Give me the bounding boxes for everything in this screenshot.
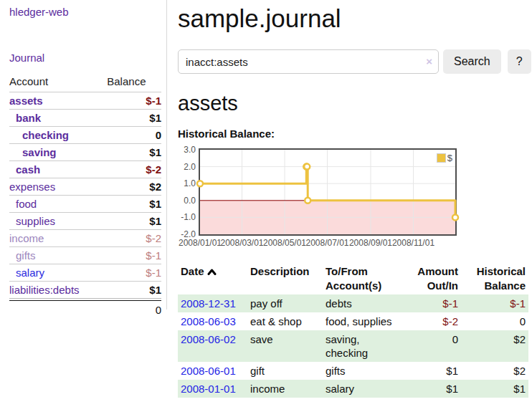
register-description: eat & shop: [247, 312, 323, 330]
account-link[interactable]: salary: [16, 267, 44, 279]
y-axis-tick: 1.0: [178, 179, 196, 188]
account-link[interactable]: assets: [9, 95, 43, 107]
help-button[interactable]: ?: [508, 49, 531, 74]
legend-label: $: [447, 153, 452, 163]
accounts-header-balance: Balance: [107, 74, 161, 92]
register-row: 2008-06-03eat & shopfood, supplies$-20: [178, 312, 528, 330]
account-balance: $1: [107, 144, 161, 161]
legend-swatch: [437, 153, 446, 163]
register-description: pay off: [247, 294, 323, 312]
y-axis-tick: 3.0: [178, 145, 196, 155]
search-input[interactable]: [178, 49, 439, 74]
account-row: salary$-1: [9, 264, 161, 282]
register-amount: 0: [414, 330, 461, 362]
account-balance: $-1: [107, 264, 161, 282]
x-axis-tick: 2008/01/01: [179, 238, 222, 248]
account-balance: $-2: [107, 230, 161, 247]
sidebar-item-journal[interactable]: Journal: [9, 52, 166, 64]
account-balance: 0: [107, 127, 161, 144]
register-balance: $-1: [461, 294, 528, 312]
account-row: expenses$2: [9, 178, 161, 196]
sort-up-icon: [207, 268, 217, 276]
date-link[interactable]: 2008-01-01: [181, 383, 236, 395]
page-title: sample.journal: [178, 4, 532, 33]
account-link[interactable]: cash: [16, 163, 40, 176]
register-header-balance: Historical Balance: [461, 263, 528, 294]
register-amount: $1: [414, 380, 461, 398]
account-balance: $-1: [107, 92, 161, 110]
y-axis-tick: -1.0: [178, 213, 196, 222]
search-bar: × Search ?: [178, 49, 532, 74]
y-axis-tick: 0.0: [178, 196, 196, 206]
register-header-amount: Amount Out/In: [414, 263, 461, 294]
main-content: sample.journal × Search ? assets Histori…: [178, 0, 532, 398]
account-balance: $-1: [107, 247, 161, 264]
register-balance: $2: [461, 330, 528, 362]
x-axis-tick: 2008/11/01: [392, 238, 434, 248]
balance-chart: $3.02.01.00.0-1.0-2.02008/01/012008/03/0…: [178, 148, 460, 251]
x-axis-tick: 2008/05/01: [263, 238, 306, 248]
brand-link[interactable]: hledger-web: [9, 6, 166, 18]
date-link[interactable]: 2008-06-03: [181, 315, 236, 327]
clear-search-icon[interactable]: ×: [426, 55, 432, 67]
register-accounts: salary: [323, 380, 414, 398]
register-balance: $2: [461, 362, 528, 380]
register-description: save: [247, 330, 323, 362]
sidebar: hledger-web Journal Account Balance asse…: [0, 0, 166, 317]
register-amount: $-1: [414, 294, 461, 312]
x-axis-tick: 2008/07/01: [305, 238, 348, 248]
account-link[interactable]: bank: [16, 112, 41, 124]
account-title: assets: [178, 92, 532, 115]
chart-plot: $: [199, 148, 457, 236]
account-row: bank$1: [9, 110, 161, 127]
register-header-row: Date Description To/From Account(s) Amou…: [178, 263, 528, 294]
account-link[interactable]: saving: [22, 146, 57, 158]
register-table: Date Description To/From Account(s) Amou…: [178, 263, 528, 398]
date-link[interactable]: 2008-06-01: [181, 365, 236, 377]
account-row: checking0: [9, 127, 161, 144]
register-row: 2008-06-01giftgifts$1$2: [178, 362, 528, 380]
register-accounts: saving, checking: [323, 330, 414, 362]
chart-legend: $: [437, 153, 452, 163]
register-description: income: [247, 380, 323, 398]
register-accounts: gifts: [323, 362, 414, 380]
chart-title: Historical Balance:: [178, 128, 532, 140]
account-link[interactable]: supplies: [16, 215, 55, 227]
register-amount: $1: [414, 362, 461, 380]
account-link[interactable]: income: [9, 232, 44, 244]
account-balance: $1: [107, 213, 161, 230]
register-row: 2008-06-02savesaving, checking0$2: [178, 330, 528, 362]
account-row: assets$-1: [9, 92, 161, 110]
account-row: cash$-2: [9, 161, 161, 178]
account-balance: $1: [107, 196, 161, 213]
date-link[interactable]: 2008-06-02: [181, 333, 236, 345]
accounts-table: Account Balance assets$-1bank$1checking0…: [9, 74, 161, 298]
accounts-header-account: Account: [9, 74, 107, 92]
account-link[interactable]: checking: [22, 129, 69, 141]
account-balance: $2: [107, 178, 161, 196]
register-description: gift: [247, 362, 323, 380]
register-row: 2008-12-31pay offdebts$-1$-1: [178, 294, 528, 312]
account-link[interactable]: expenses: [9, 181, 55, 193]
account-balance: $1: [107, 282, 161, 299]
search-button[interactable]: Search: [443, 49, 501, 74]
register-accounts: debts: [323, 294, 414, 312]
account-row: supplies$1: [9, 213, 161, 230]
accounts-total-value: 0: [9, 300, 161, 317]
date-link[interactable]: 2008-12-31: [181, 297, 236, 310]
register-balance: 0: [461, 312, 528, 330]
x-axis-tick: 2008/09/01: [349, 238, 392, 248]
register-header-description: Description: [247, 263, 323, 294]
accounts-total: 0: [9, 298, 161, 317]
register-header-date[interactable]: Date: [178, 263, 247, 294]
account-row: saving$1: [9, 144, 161, 161]
account-row: liabilities:debts$1: [9, 282, 161, 299]
x-axis-tick: 2008/03/01: [220, 238, 263, 248]
account-balance: $-2: [107, 161, 161, 178]
account-link[interactable]: gifts: [16, 249, 36, 262]
account-link[interactable]: food: [16, 198, 37, 210]
account-link[interactable]: liabilities:debts: [9, 284, 80, 296]
register-header-account: To/From Account(s): [323, 263, 414, 294]
account-row: gifts$-1: [9, 247, 161, 264]
account-balance: $1: [107, 110, 161, 127]
